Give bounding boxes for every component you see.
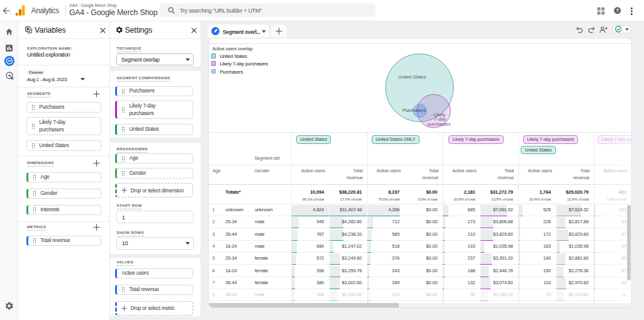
svg-text:Purchasers: Purchasers bbox=[402, 108, 426, 113]
svg-text:?: ? bbox=[616, 8, 619, 13]
svg-text:purchasers: purchasers bbox=[428, 121, 451, 127]
svg-text:United States: United States bbox=[398, 74, 426, 80]
